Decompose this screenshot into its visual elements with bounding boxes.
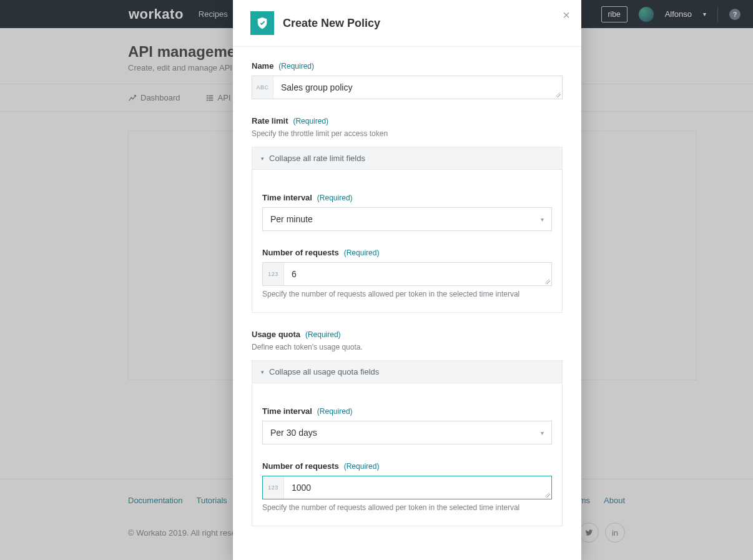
usage-num-requests-required: (Required) <box>344 462 380 471</box>
number-type-icon: 123 <box>263 263 284 285</box>
chevron-down-icon: ▾ <box>541 216 544 223</box>
usage-num-requests-input-wrap: 123 <box>262 476 552 499</box>
rate-limit-inner: Time interval (Required) Per minute ▾ Nu… <box>252 170 563 313</box>
resize-handle-icon[interactable] <box>545 493 550 498</box>
name-field-group: Name (Required) ABC <box>252 61 563 99</box>
usage-num-requests-group: Number of requests (Required) 123 Specif… <box>262 461 552 512</box>
usage-time-interval-group: Time interval (Required) Per 30 days ▾ <box>262 406 552 445</box>
name-input-wrap: ABC <box>252 76 563 99</box>
usage-time-interval-select[interactable]: Per 30 days ▾ <box>262 421 552 445</box>
close-icon[interactable]: × <box>563 9 570 21</box>
usage-quota-inner: Time interval (Required) Per 30 days ▾ N… <box>252 383 563 526</box>
usage-time-interval-required: (Required) <box>317 407 353 416</box>
name-required: (Required) <box>278 62 314 71</box>
name-label: Name <box>252 61 273 71</box>
collapse-rate-limit[interactable]: ▾ Collapse all rate limit fields <box>252 147 563 170</box>
modal-title: Create New Policy <box>283 17 380 30</box>
name-input[interactable] <box>273 76 562 99</box>
text-type-icon: ABC <box>252 76 273 99</box>
rate-time-interval-value: Per minute <box>270 214 313 224</box>
collapse-rate-limit-label: Collapse all rate limit fields <box>269 154 365 163</box>
rate-num-requests-required: (Required) <box>344 248 380 257</box>
rate-num-requests-label: Number of requests <box>262 248 339 257</box>
number-type-icon: 123 <box>263 476 284 499</box>
rate-num-requests-group: Number of requests (Required) 123 Specif… <box>262 247 552 298</box>
usage-num-requests-helper: Specify the number of requests allowed p… <box>262 503 552 512</box>
shield-icon <box>250 11 274 35</box>
create-policy-modal: Create New Policy × Name (Required) ABC … <box>233 0 581 560</box>
resize-handle-icon[interactable] <box>556 92 561 97</box>
rate-time-interval-label: Time interval <box>262 193 312 202</box>
usage-time-interval-label: Time interval <box>262 406 312 416</box>
rate-limit-section: Rate limit (Required) Specify the thrott… <box>252 115 563 313</box>
usage-quota-required: (Required) <box>305 330 341 339</box>
rate-limit-helper: Specify the throttle limit per access to… <box>252 129 563 138</box>
collapse-chevron-icon: ▾ <box>261 155 264 162</box>
usage-time-interval-value: Per 30 days <box>270 428 317 438</box>
usage-num-requests-label: Number of requests <box>262 461 339 471</box>
rate-time-interval-select[interactable]: Per minute ▾ <box>262 207 552 231</box>
collapse-chevron-icon: ▾ <box>261 369 264 375</box>
modal-body: Name (Required) ABC Rate limit (Required… <box>233 47 581 545</box>
rate-limit-label: Rate limit <box>252 116 288 125</box>
usage-quota-section: Usage quota (Required) Define each token… <box>252 329 563 526</box>
rate-time-interval-required: (Required) <box>317 194 353 202</box>
chevron-down-icon: ▾ <box>541 430 544 436</box>
usage-quota-helper: Define each token's usage quota. <box>252 343 563 351</box>
modal-header: Create New Policy × <box>233 0 581 47</box>
usage-num-requests-input[interactable] <box>284 476 551 499</box>
rate-num-requests-input-wrap: 123 <box>262 262 552 286</box>
collapse-usage-quota-label: Collapse all usage quota fields <box>269 367 379 376</box>
resize-handle-icon[interactable] <box>545 279 550 284</box>
rate-num-requests-helper: Specify the number of requests allowed p… <box>262 290 552 298</box>
usage-quota-label: Usage quota <box>252 330 300 339</box>
rate-num-requests-input[interactable] <box>284 263 551 285</box>
rate-limit-required: (Required) <box>293 117 328 125</box>
rate-time-interval-group: Time interval (Required) Per minute ▾ <box>262 192 552 231</box>
collapse-usage-quota[interactable]: ▾ Collapse all usage quota fields <box>252 360 563 383</box>
